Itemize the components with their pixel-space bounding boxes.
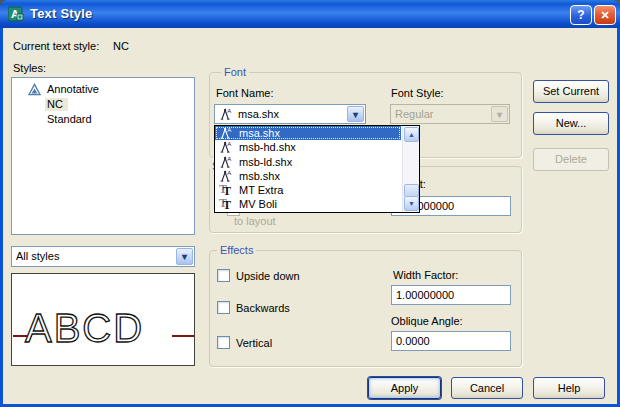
- font-style-combobox: Regular ▾: [390, 104, 510, 124]
- current-style-value: NC: [113, 40, 129, 52]
- shx-font-icon: A: [218, 155, 235, 169]
- title-bar[interactable]: A Text Style ? ✕: [0, 0, 620, 28]
- styles-list[interactable]: Annotative NC Standard: [11, 77, 195, 235]
- list-item-standard[interactable]: Standard: [12, 112, 194, 127]
- dropdown-item-label: MT Extra: [239, 184, 283, 196]
- dropdown-item-msb-hd[interactable]: A msb-hd.shx: [215, 140, 401, 154]
- dropdown-item-label: msa.shx: [239, 127, 280, 139]
- font-name-combobox[interactable]: A msa.shx ▾: [214, 104, 366, 124]
- font-group-title: Font: [221, 66, 249, 78]
- font-name-dropdown-list[interactable]: A msa.shx A msb-hd.shx: [214, 125, 420, 213]
- upside-down-label: Upside down: [236, 270, 300, 282]
- annotative-icon: [28, 83, 41, 96]
- dropdown-item-msa[interactable]: A msa.shx: [215, 126, 401, 140]
- help-titlebar-button[interactable]: ?: [570, 5, 592, 25]
- cancel-button[interactable]: Cancel: [451, 377, 523, 399]
- oblique-angle-field[interactable]: 0.0000: [391, 331, 511, 351]
- list-item-label: Standard: [47, 113, 92, 125]
- list-item-label-selected: NC: [45, 98, 68, 111]
- svg-text:A: A: [227, 170, 232, 176]
- scroll-up-icon[interactable]: ▲: [404, 127, 419, 142]
- preview-baseline-right: [172, 335, 194, 337]
- dropdown-item-mv-boli[interactable]: TT MV Boli: [215, 197, 401, 211]
- truetype-font-icon: TT: [219, 197, 235, 210]
- width-factor-label: Width Factor:: [393, 269, 458, 281]
- vertical-checkbox[interactable]: [217, 336, 230, 349]
- dropdown-item-msb[interactable]: A msb.shx: [215, 169, 401, 183]
- text-preview-panel: ABCD: [11, 273, 195, 366]
- font-name-label: Font Name:: [216, 87, 273, 99]
- chevron-down-icon: ▾: [491, 106, 508, 122]
- dropdown-scrollbar[interactable]: ▲ ▼: [402, 126, 419, 212]
- help-button[interactable]: Help: [533, 377, 605, 399]
- style-filter-combobox[interactable]: All styles ▾: [11, 246, 195, 267]
- delete-button: Delete: [533, 148, 609, 171]
- list-item-nc[interactable]: NC: [12, 97, 194, 112]
- truetype-font-icon: TT: [219, 183, 235, 196]
- shx-font-icon: A: [218, 169, 235, 183]
- font-style-label: Font Style:: [391, 87, 444, 99]
- dropdown-item-msb-ld[interactable]: A msb-ld.shx: [215, 155, 401, 169]
- style-filter-value: All styles: [16, 250, 59, 262]
- backwards-label: Backwards: [236, 302, 290, 314]
- autocad-text-style-icon: A: [8, 6, 24, 22]
- dropdown-item-mt-extra[interactable]: TT MT Extra: [215, 183, 401, 197]
- vertical-label: Vertical: [236, 337, 272, 349]
- scroll-down-icon[interactable]: ▼: [404, 196, 419, 211]
- dropdown-item-label: MV Boli: [239, 198, 277, 210]
- svg-text:A: A: [227, 141, 232, 147]
- new-button[interactable]: New...: [533, 112, 609, 135]
- shx-font-icon: A: [218, 126, 235, 140]
- shx-font-icon: A: [218, 107, 233, 121]
- close-button[interactable]: ✕: [594, 5, 616, 25]
- match-orientation-label-fragment: to layout: [234, 215, 276, 227]
- dropdown-item-label: msb.shx: [239, 170, 280, 182]
- svg-text:A: A: [227, 156, 232, 162]
- chevron-down-icon[interactable]: ▾: [347, 106, 364, 122]
- dropdown-item-label: msb-hd.shx: [239, 141, 296, 153]
- backwards-checkbox[interactable]: [217, 301, 230, 314]
- apply-button[interactable]: Apply: [368, 377, 441, 399]
- list-item-annotative[interactable]: Annotative: [12, 82, 194, 97]
- svg-text:A: A: [227, 127, 232, 133]
- set-current-button[interactable]: Set Current: [533, 80, 609, 103]
- font-name-value: msa.shx: [238, 108, 279, 120]
- preview-text: ABCD: [25, 308, 144, 348]
- list-item-label: Annotative: [47, 83, 99, 95]
- current-style-label: Current text style:: [13, 40, 99, 52]
- window-title: Text Style: [30, 6, 92, 21]
- dropdown-item-label: msb-ld.shx: [239, 156, 292, 168]
- oblique-angle-label: Oblique Angle:: [391, 315, 463, 327]
- effects-group-title: Effects: [217, 244, 256, 256]
- width-factor-field[interactable]: 1.00000000: [391, 285, 511, 305]
- font-style-value: Regular: [395, 108, 434, 120]
- chevron-down-icon[interactable]: ▾: [176, 248, 193, 265]
- styles-label: Styles:: [13, 62, 46, 74]
- text-style-dialog: A Text Style ? ✕ Current text style: NC …: [0, 0, 620, 407]
- upside-down-checkbox[interactable]: [217, 269, 230, 282]
- shx-font-icon: A: [218, 140, 235, 154]
- svg-text:A: A: [227, 108, 232, 114]
